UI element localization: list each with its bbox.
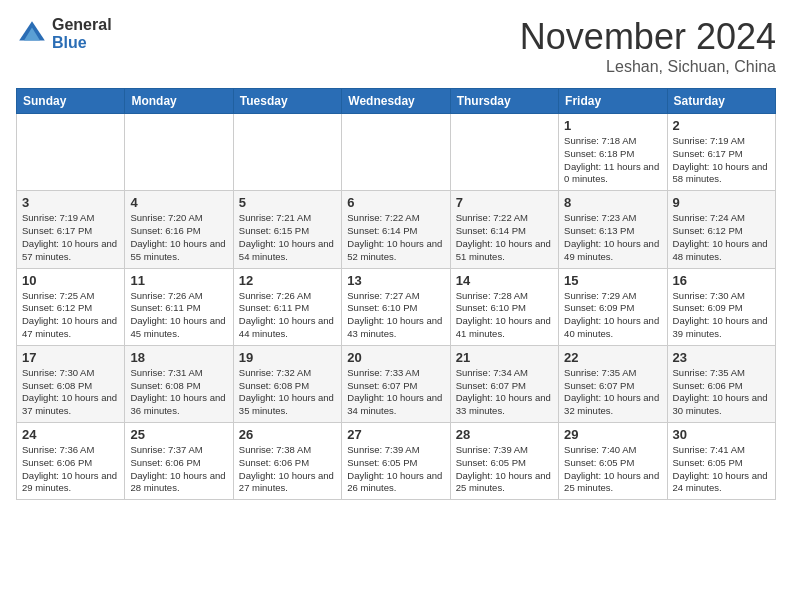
day-info: Sunrise: 7:35 AM Sunset: 6:07 PM Dayligh…	[564, 367, 661, 418]
day-number: 14	[456, 273, 553, 288]
calendar-cell: 4Sunrise: 7:20 AM Sunset: 6:16 PM Daylig…	[125, 191, 233, 268]
day-number: 4	[130, 195, 227, 210]
calendar-cell: 1Sunrise: 7:18 AM Sunset: 6:18 PM Daylig…	[559, 114, 667, 191]
day-number: 12	[239, 273, 336, 288]
day-info: Sunrise: 7:23 AM Sunset: 6:13 PM Dayligh…	[564, 212, 661, 263]
calendar-cell: 17Sunrise: 7:30 AM Sunset: 6:08 PM Dayli…	[17, 345, 125, 422]
day-info: Sunrise: 7:30 AM Sunset: 6:08 PM Dayligh…	[22, 367, 119, 418]
day-info: Sunrise: 7:37 AM Sunset: 6:06 PM Dayligh…	[130, 444, 227, 495]
calendar-cell	[342, 114, 450, 191]
calendar-week-3: 10Sunrise: 7:25 AM Sunset: 6:12 PM Dayli…	[17, 268, 776, 345]
calendar-cell: 26Sunrise: 7:38 AM Sunset: 6:06 PM Dayli…	[233, 423, 341, 500]
calendar-cell: 24Sunrise: 7:36 AM Sunset: 6:06 PM Dayli…	[17, 423, 125, 500]
calendar-cell: 10Sunrise: 7:25 AM Sunset: 6:12 PM Dayli…	[17, 268, 125, 345]
calendar-cell: 14Sunrise: 7:28 AM Sunset: 6:10 PM Dayli…	[450, 268, 558, 345]
calendar-cell: 2Sunrise: 7:19 AM Sunset: 6:17 PM Daylig…	[667, 114, 775, 191]
calendar-cell: 9Sunrise: 7:24 AM Sunset: 6:12 PM Daylig…	[667, 191, 775, 268]
day-number: 13	[347, 273, 444, 288]
month-title: November 2024	[520, 16, 776, 58]
day-number: 24	[22, 427, 119, 442]
day-number: 27	[347, 427, 444, 442]
day-number: 10	[22, 273, 119, 288]
day-number: 3	[22, 195, 119, 210]
day-number: 11	[130, 273, 227, 288]
day-info: Sunrise: 7:28 AM Sunset: 6:10 PM Dayligh…	[456, 290, 553, 341]
calendar-cell: 5Sunrise: 7:21 AM Sunset: 6:15 PM Daylig…	[233, 191, 341, 268]
day-info: Sunrise: 7:22 AM Sunset: 6:14 PM Dayligh…	[456, 212, 553, 263]
calendar-cell: 21Sunrise: 7:34 AM Sunset: 6:07 PM Dayli…	[450, 345, 558, 422]
day-number: 1	[564, 118, 661, 133]
day-number: 16	[673, 273, 770, 288]
calendar-cell: 3Sunrise: 7:19 AM Sunset: 6:17 PM Daylig…	[17, 191, 125, 268]
day-info: Sunrise: 7:33 AM Sunset: 6:07 PM Dayligh…	[347, 367, 444, 418]
day-header-monday: Monday	[125, 89, 233, 114]
logo-general-text: General	[52, 16, 112, 34]
calendar-cell: 25Sunrise: 7:37 AM Sunset: 6:06 PM Dayli…	[125, 423, 233, 500]
calendar-cell	[17, 114, 125, 191]
calendar-cell	[125, 114, 233, 191]
day-header-tuesday: Tuesday	[233, 89, 341, 114]
day-info: Sunrise: 7:19 AM Sunset: 6:17 PM Dayligh…	[22, 212, 119, 263]
calendar-cell: 19Sunrise: 7:32 AM Sunset: 6:08 PM Dayli…	[233, 345, 341, 422]
day-header-sunday: Sunday	[17, 89, 125, 114]
day-number: 15	[564, 273, 661, 288]
day-number: 21	[456, 350, 553, 365]
day-number: 18	[130, 350, 227, 365]
day-info: Sunrise: 7:21 AM Sunset: 6:15 PM Dayligh…	[239, 212, 336, 263]
calendar-cell: 13Sunrise: 7:27 AM Sunset: 6:10 PM Dayli…	[342, 268, 450, 345]
calendar-week-1: 1Sunrise: 7:18 AM Sunset: 6:18 PM Daylig…	[17, 114, 776, 191]
logo-icon	[16, 18, 48, 50]
day-info: Sunrise: 7:26 AM Sunset: 6:11 PM Dayligh…	[239, 290, 336, 341]
day-number: 6	[347, 195, 444, 210]
calendar-cell: 20Sunrise: 7:33 AM Sunset: 6:07 PM Dayli…	[342, 345, 450, 422]
day-info: Sunrise: 7:29 AM Sunset: 6:09 PM Dayligh…	[564, 290, 661, 341]
logo-blue-text: Blue	[52, 34, 112, 52]
logo: General Blue	[16, 16, 112, 51]
day-info: Sunrise: 7:22 AM Sunset: 6:14 PM Dayligh…	[347, 212, 444, 263]
day-info: Sunrise: 7:27 AM Sunset: 6:10 PM Dayligh…	[347, 290, 444, 341]
calendar-cell: 27Sunrise: 7:39 AM Sunset: 6:05 PM Dayli…	[342, 423, 450, 500]
day-number: 9	[673, 195, 770, 210]
calendar-cell: 28Sunrise: 7:39 AM Sunset: 6:05 PM Dayli…	[450, 423, 558, 500]
calendar-cell: 29Sunrise: 7:40 AM Sunset: 6:05 PM Dayli…	[559, 423, 667, 500]
location-text: Leshan, Sichuan, China	[520, 58, 776, 76]
calendar-cell	[450, 114, 558, 191]
calendar-cell: 30Sunrise: 7:41 AM Sunset: 6:05 PM Dayli…	[667, 423, 775, 500]
day-info: Sunrise: 7:36 AM Sunset: 6:06 PM Dayligh…	[22, 444, 119, 495]
day-number: 7	[456, 195, 553, 210]
day-info: Sunrise: 7:31 AM Sunset: 6:08 PM Dayligh…	[130, 367, 227, 418]
calendar-cell: 23Sunrise: 7:35 AM Sunset: 6:06 PM Dayli…	[667, 345, 775, 422]
calendar-cell	[233, 114, 341, 191]
day-header-friday: Friday	[559, 89, 667, 114]
day-info: Sunrise: 7:32 AM Sunset: 6:08 PM Dayligh…	[239, 367, 336, 418]
day-header-thursday: Thursday	[450, 89, 558, 114]
day-info: Sunrise: 7:39 AM Sunset: 6:05 PM Dayligh…	[456, 444, 553, 495]
calendar-header-row: SundayMondayTuesdayWednesdayThursdayFrid…	[17, 89, 776, 114]
calendar-cell: 16Sunrise: 7:30 AM Sunset: 6:09 PM Dayli…	[667, 268, 775, 345]
day-info: Sunrise: 7:19 AM Sunset: 6:17 PM Dayligh…	[673, 135, 770, 186]
day-number: 20	[347, 350, 444, 365]
calendar-week-5: 24Sunrise: 7:36 AM Sunset: 6:06 PM Dayli…	[17, 423, 776, 500]
day-info: Sunrise: 7:18 AM Sunset: 6:18 PM Dayligh…	[564, 135, 661, 186]
calendar-cell: 12Sunrise: 7:26 AM Sunset: 6:11 PM Dayli…	[233, 268, 341, 345]
title-block: November 2024 Leshan, Sichuan, China	[520, 16, 776, 76]
calendar-week-4: 17Sunrise: 7:30 AM Sunset: 6:08 PM Dayli…	[17, 345, 776, 422]
day-number: 30	[673, 427, 770, 442]
day-number: 25	[130, 427, 227, 442]
page-header: General Blue November 2024 Leshan, Sichu…	[16, 16, 776, 76]
day-info: Sunrise: 7:38 AM Sunset: 6:06 PM Dayligh…	[239, 444, 336, 495]
day-info: Sunrise: 7:20 AM Sunset: 6:16 PM Dayligh…	[130, 212, 227, 263]
day-info: Sunrise: 7:24 AM Sunset: 6:12 PM Dayligh…	[673, 212, 770, 263]
calendar-cell: 11Sunrise: 7:26 AM Sunset: 6:11 PM Dayli…	[125, 268, 233, 345]
day-info: Sunrise: 7:34 AM Sunset: 6:07 PM Dayligh…	[456, 367, 553, 418]
day-info: Sunrise: 7:35 AM Sunset: 6:06 PM Dayligh…	[673, 367, 770, 418]
day-number: 29	[564, 427, 661, 442]
day-number: 26	[239, 427, 336, 442]
day-info: Sunrise: 7:30 AM Sunset: 6:09 PM Dayligh…	[673, 290, 770, 341]
calendar-cell: 7Sunrise: 7:22 AM Sunset: 6:14 PM Daylig…	[450, 191, 558, 268]
day-number: 28	[456, 427, 553, 442]
day-number: 2	[673, 118, 770, 133]
calendar-table: SundayMondayTuesdayWednesdayThursdayFrid…	[16, 88, 776, 500]
day-info: Sunrise: 7:26 AM Sunset: 6:11 PM Dayligh…	[130, 290, 227, 341]
day-number: 17	[22, 350, 119, 365]
